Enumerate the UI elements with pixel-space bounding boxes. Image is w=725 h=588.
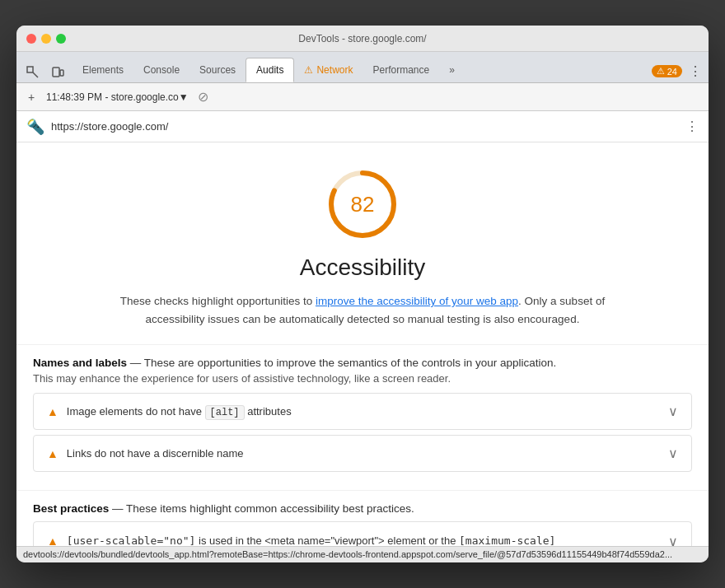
section-header-names: Names and labels — These are opportuniti… bbox=[33, 357, 692, 369]
maximize-button[interactable] bbox=[56, 34, 66, 44]
devtools-window: DevTools - store.google.com/ Elements bbox=[16, 26, 709, 562]
score-title: Accessibility bbox=[33, 254, 692, 281]
audit-text-img-alt: Image elements do not have [alt] attribu… bbox=[67, 405, 668, 418]
tab-bar: Elements Console Sources Audits ⚠ Networ… bbox=[16, 52, 709, 83]
main-content: 82 Accessibility These checks highlight … bbox=[16, 142, 709, 546]
warning-triangle-icon: ⚠ bbox=[657, 66, 665, 77]
close-button[interactable] bbox=[26, 34, 36, 44]
score-number: 82 bbox=[351, 192, 375, 217]
device-icon[interactable] bbox=[48, 63, 68, 82]
audit-item-img-alt[interactable]: ▲ Image elements do not have [alt] attri… bbox=[33, 393, 692, 430]
traffic-lights bbox=[26, 34, 66, 44]
tab-controls bbox=[23, 63, 68, 82]
page-bar: 🔦 https://store.google.com/ ⋮ bbox=[16, 111, 709, 142]
window-title: DevTools - store.google.com/ bbox=[298, 33, 426, 44]
svg-rect-2 bbox=[60, 70, 63, 76]
tab-bar-right: ⚠ 24 ⋮ bbox=[652, 63, 702, 82]
section-sub-description: This may enhance the experience for user… bbox=[33, 372, 692, 385]
score-description: These checks highlight opportunities to … bbox=[115, 292, 610, 328]
section-header-best-practices: Best practices — These items highlight c… bbox=[33, 502, 692, 515]
tab-elements[interactable]: Elements bbox=[72, 58, 133, 82]
page-more-button[interactable]: ⋮ bbox=[685, 119, 699, 134]
tab-more[interactable]: » bbox=[439, 58, 465, 82]
more-options-button[interactable]: ⋮ bbox=[689, 63, 702, 79]
tab-sources[interactable]: Sources bbox=[189, 58, 246, 82]
chevron-icon-link-name: ∨ bbox=[668, 446, 678, 461]
warning-icon-img-alt: ▲ bbox=[47, 405, 58, 418]
accessibility-link[interactable]: improve the accessibility of your web ap… bbox=[316, 295, 518, 307]
title-bar: DevTools - store.google.com/ bbox=[16, 26, 709, 52]
svg-rect-0 bbox=[27, 67, 33, 72]
page-url: https://store.google.com/ bbox=[51, 120, 679, 133]
score-section: 82 Accessibility These checks highlight … bbox=[16, 142, 709, 344]
url-bar: + 11:48:39 PM - store.google.co▼ ⊘ bbox=[16, 83, 709, 111]
score-ring-container: 82 bbox=[325, 167, 400, 241]
names-labels-section: Names and labels — These are opportuniti… bbox=[16, 344, 709, 483]
lighthouse-icon: 🔦 bbox=[26, 118, 44, 136]
audit-text-link-name: Links do not have a discernible name bbox=[67, 447, 668, 460]
warning-icon-user-scalable: ▲ bbox=[47, 534, 58, 546]
svg-rect-1 bbox=[53, 68, 59, 77]
status-bar-text: devtools://devtools/bundled/devtools_app… bbox=[23, 549, 672, 559]
audit-text-user-scalable: [user-scalable="no"] is used in the <met… bbox=[67, 533, 668, 546]
audit-item-link-name[interactable]: ▲ Links do not have a discernible name ∨ bbox=[33, 435, 692, 472]
network-warning-icon: ⚠ bbox=[304, 64, 313, 76]
score-ring: 82 bbox=[325, 167, 400, 241]
new-tab-button[interactable]: + bbox=[23, 89, 40, 105]
tab-console[interactable]: Console bbox=[133, 58, 189, 82]
chevron-icon-user-scalable: ∨ bbox=[668, 534, 678, 546]
audit-item-user-scalable[interactable]: ▲ [user-scalable="no"] is used in the <m… bbox=[33, 521, 692, 546]
warning-badge[interactable]: ⚠ 24 bbox=[652, 65, 682, 77]
tab-performance[interactable]: Performance bbox=[362, 58, 439, 82]
no-entry-icon[interactable]: ⊘ bbox=[195, 89, 212, 105]
tab-network[interactable]: ⚠ Network bbox=[294, 58, 362, 82]
timestamp-display: 11:48:39 PM - store.google.co▼ bbox=[46, 91, 189, 103]
tab-list: Elements Console Sources Audits ⚠ Networ… bbox=[72, 52, 465, 82]
status-bar: devtools://devtools/bundled/devtools_app… bbox=[16, 546, 709, 562]
chevron-icon-img-alt: ∨ bbox=[668, 404, 678, 419]
tab-audits[interactable]: Audits bbox=[246, 58, 294, 82]
best-practices-section: Best practices — These items highlight c… bbox=[16, 490, 709, 546]
minimize-button[interactable] bbox=[41, 34, 51, 44]
inspect-icon[interactable] bbox=[23, 63, 43, 82]
warning-icon-link-name: ▲ bbox=[47, 447, 58, 460]
